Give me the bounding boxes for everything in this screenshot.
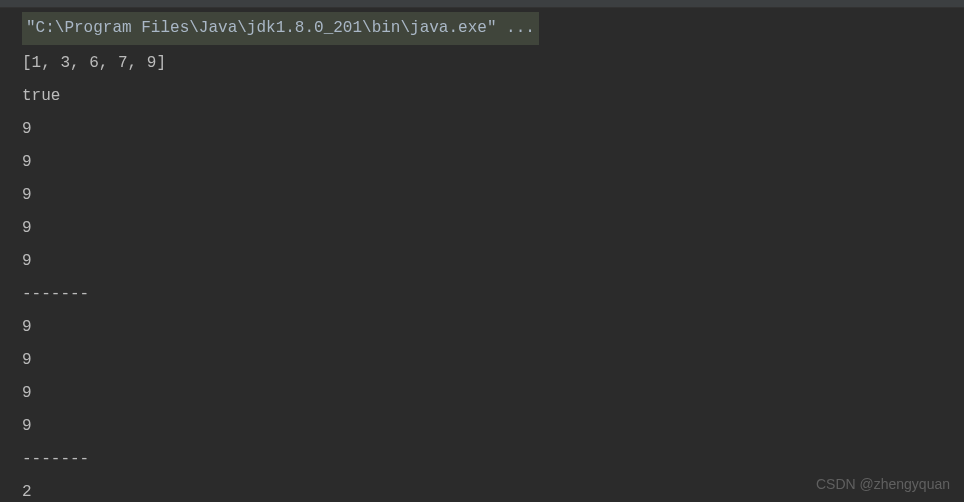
- output-line: 9: [22, 377, 964, 410]
- window-top-bar: [0, 0, 964, 8]
- output-line: -------: [22, 443, 964, 476]
- java-command: "C:\Program Files\Java\jdk1.8.0_201\bin\…: [22, 12, 539, 45]
- output-line: 9: [22, 146, 964, 179]
- output-line: 9: [22, 212, 964, 245]
- output-line: [1, 3, 6, 7, 9]: [22, 47, 964, 80]
- output-line: 9: [22, 410, 964, 443]
- csdn-watermark: CSDN @zhengyquan: [816, 476, 950, 492]
- console-output-area[interactable]: "C:\Program Files\Java\jdk1.8.0_201\bin\…: [0, 8, 964, 502]
- output-line: true: [22, 80, 964, 113]
- command-execution-line: "C:\Program Files\Java\jdk1.8.0_201\bin\…: [22, 12, 964, 47]
- output-line: 9: [22, 179, 964, 212]
- output-line: 9: [22, 245, 964, 278]
- output-line: 9: [22, 311, 964, 344]
- output-line: -------: [22, 278, 964, 311]
- output-line: 9: [22, 113, 964, 146]
- output-line: 9: [22, 344, 964, 377]
